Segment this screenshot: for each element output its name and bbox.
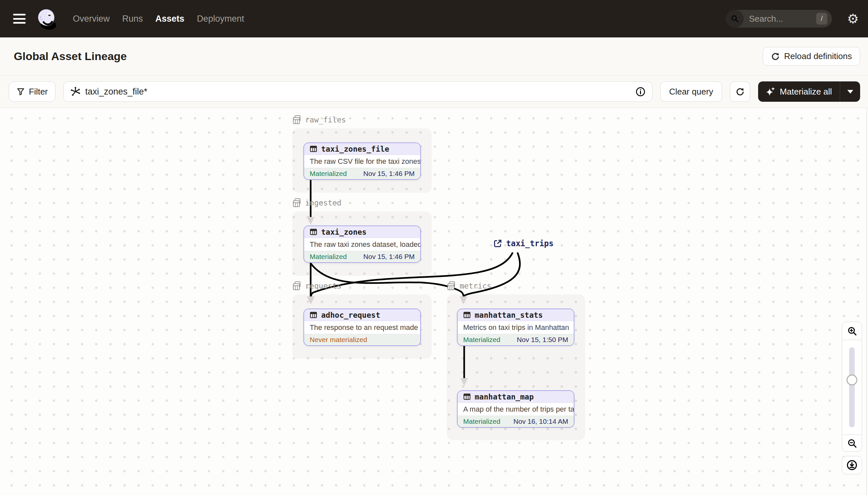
filter-button[interactable]: Filter	[9, 81, 55, 102]
asset-node-header: adhoc_request	[304, 309, 420, 321]
group-label-metrics[interactable]: metrics	[447, 281, 491, 290]
lineage-edges	[0, 108, 868, 495]
zoom-slider[interactable]	[842, 340, 862, 434]
external-link-icon	[493, 239, 502, 248]
asset-status-bar: Materialized Nov 15, 1:46 PM	[304, 251, 420, 262]
asset-status-bar: Materialized Nov 16, 10:14 AM	[458, 415, 574, 427]
search-input[interactable]: Search... /	[726, 10, 832, 28]
group-label-ingested[interactable]: ingested	[293, 198, 341, 207]
group-label-requests[interactable]: requests	[293, 281, 341, 290]
reload-definitions-label: Reload definitions	[784, 51, 852, 62]
asset-name: taxi_zones	[321, 228, 367, 236]
group-tables-icon	[293, 115, 302, 124]
asset-name: manhattan_map	[475, 393, 534, 401]
group-label-raw_files[interactable]: raw_files	[293, 115, 346, 124]
status-label: Materialized	[310, 170, 347, 177]
table-icon	[463, 393, 471, 401]
external-asset-taxi_trips[interactable]: taxi_trips	[493, 239, 554, 248]
asset-node-header: taxi_zones	[304, 226, 420, 238]
group-tables-icon	[447, 281, 456, 290]
asset-graph-toolbar: Filter Clear query	[0, 75, 868, 108]
refresh-graph-button[interactable]	[730, 81, 750, 102]
zoom-in-icon	[847, 326, 857, 336]
asset-node-header: manhattan_map	[458, 391, 574, 403]
search-shortcut-badge: /	[816, 13, 827, 24]
asset-description: The response to an request made in th...	[304, 321, 420, 334]
reload-icon	[771, 52, 780, 61]
asset-selection-inputbox	[63, 81, 653, 102]
status-timestamp: Nov 15, 1:46 PM	[364, 253, 415, 261]
materialize-all-label: Materialize all	[780, 87, 832, 97]
group-label-text: ingested	[305, 199, 341, 207]
asset-status-bar: Materialized Nov 15, 1:46 PM	[304, 168, 420, 179]
group-label-text: raw_files	[305, 116, 346, 124]
status-label: Materialized	[310, 253, 347, 261]
asset-node-taxi_zones[interactable]: taxi_zones The raw taxi zones dataset, l…	[303, 225, 421, 263]
status-label: Never materialized	[310, 336, 367, 344]
asset-selection-input[interactable]	[85, 87, 631, 97]
primary-nav: Overview Runs Assets Deployment	[73, 14, 244, 24]
group-tables-icon	[293, 198, 302, 207]
status-timestamp: Nov 15, 1:46 PM	[364, 170, 415, 177]
zoom-out-button[interactable]	[842, 434, 862, 451]
page-title: Global Asset Lineage	[14, 50, 763, 63]
asset-name: taxi_zones_file	[321, 145, 389, 153]
table-icon	[309, 145, 318, 153]
asset-node-manhattan_stats[interactable]: manhattan_stats Metrics on taxi trips in…	[457, 309, 574, 346]
asset-node-header: manhattan_stats	[458, 309, 574, 321]
filter-funnel-icon	[16, 87, 25, 96]
refresh-icon	[736, 87, 745, 97]
group-label-text: metrics	[460, 281, 491, 290]
asset-description: A map of the number of trips per taxi z.…	[458, 403, 574, 415]
sparkles-icon	[765, 86, 776, 97]
page-header: Global Asset Lineage Reload definitions	[0, 37, 868, 75]
nav-item-runs[interactable]: Runs	[122, 14, 143, 24]
zoom-out-icon	[847, 438, 857, 448]
status-timestamp: Nov 16, 10:14 AM	[513, 417, 568, 425]
query-info-icon[interactable]	[635, 87, 645, 97]
top-nav: Overview Runs Assets Deployment Search..…	[0, 0, 868, 37]
table-icon	[309, 228, 318, 236]
search-placeholder: Search...	[749, 14, 816, 24]
clear-query-label: Clear query	[669, 87, 713, 97]
download-image-button[interactable]	[842, 456, 862, 474]
asset-name: manhattan_stats	[475, 311, 543, 319]
filter-label: Filter	[29, 87, 48, 97]
group-tables-icon	[293, 281, 302, 290]
materialize-options-dropdown[interactable]	[840, 81, 860, 102]
asset-node-adhoc_request[interactable]: adhoc_request The response to an request…	[303, 309, 421, 346]
dagster-logo[interactable]	[36, 8, 58, 30]
external-asset-name: taxi_trips	[506, 239, 554, 248]
zoom-slider-thumb[interactable]	[847, 375, 857, 386]
asset-status-bar: Never materialized	[304, 334, 420, 345]
reload-definitions-button[interactable]: Reload definitions	[763, 47, 860, 66]
nav-item-deployment[interactable]: Deployment	[197, 14, 244, 24]
materialize-all-main[interactable]: Materialize all	[758, 81, 840, 102]
asset-node-taxi_zones_file[interactable]: taxi_zones_file The raw CSV file for the…	[303, 142, 421, 180]
download-icon	[846, 460, 857, 471]
zoom-slider-track[interactable]	[849, 347, 855, 427]
materialize-all-button[interactable]: Materialize all	[758, 81, 860, 102]
asset-status-bar: Materialized Nov 15, 1:50 PM	[458, 334, 574, 345]
asset-description: Metrics on taxi trips in Manhattan	[458, 321, 574, 334]
asset-node-manhattan_map[interactable]: manhattan_map A map of the number of tri…	[457, 390, 574, 428]
edge-taxi_trips-manhattan_stats	[463, 253, 520, 297]
edge-taxi_zones-manhattan_stats	[311, 263, 463, 297]
nav-item-overview[interactable]: Overview	[73, 14, 110, 24]
asset-lineage-canvas[interactable]: raw_files ingested requests metrics taxi…	[0, 108, 868, 495]
settings-gear-icon[interactable]: ⚙	[847, 12, 859, 25]
asset-node-header: taxi_zones_file	[304, 143, 420, 155]
table-icon	[309, 311, 318, 319]
chevron-down-icon	[847, 90, 853, 93]
clear-query-button[interactable]: Clear query	[660, 81, 722, 102]
zoom-controls	[842, 322, 862, 452]
search-icon	[726, 10, 744, 28]
nav-item-assets[interactable]: Assets	[156, 14, 185, 24]
asset-description: The raw taxi zones dataset, loaded int..…	[304, 238, 420, 251]
menu-icon[interactable]	[13, 14, 25, 24]
asset-name: adhoc_request	[321, 311, 380, 319]
asset-selector-icon	[70, 86, 81, 97]
table-icon	[463, 311, 471, 319]
zoom-in-button[interactable]	[842, 322, 862, 340]
status-label: Materialized	[463, 417, 500, 425]
